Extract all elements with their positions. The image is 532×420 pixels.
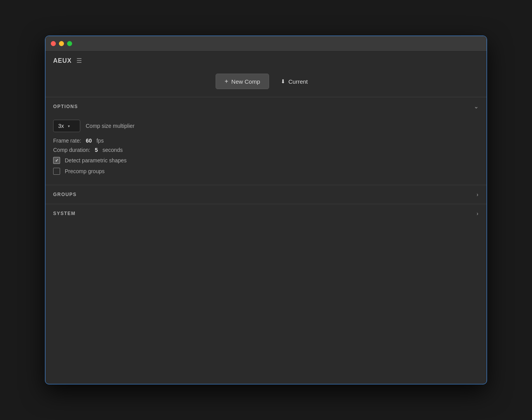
groups-section: GROUPS ›: [45, 185, 487, 204]
plus-icon: +: [225, 78, 228, 85]
comp-duration-unit: seconds: [102, 147, 123, 153]
new-comp-label: New Comp: [231, 78, 260, 85]
current-button[interactable]: ⬇ Current: [272, 74, 316, 89]
groups-section-header[interactable]: GROUPS ›: [45, 185, 487, 204]
header-bar: AEUX ☰: [45, 52, 487, 68]
multiplier-select[interactable]: 3x ▾: [53, 120, 80, 132]
precomp-groups-row: Precomp groups: [53, 168, 479, 175]
detect-parametric-checkbox[interactable]: [53, 157, 60, 164]
content-area: AEUX ☰ + New Comp ⬇ Current OPTIONS ⌄: [45, 52, 487, 384]
options-section: OPTIONS ⌄ 3x ▾ Comp size multiplier Fram…: [45, 97, 487, 185]
frame-rate-value: 60: [86, 138, 92, 144]
chevron-right-icon: ›: [477, 191, 479, 198]
traffic-lights: [51, 41, 72, 46]
system-section-header[interactable]: SYSTEM ›: [45, 204, 487, 223]
detect-parametric-label: Detect parametric shapes: [65, 157, 127, 164]
chevron-right-icon-system: ›: [477, 210, 479, 217]
hamburger-icon[interactable]: ☰: [76, 57, 82, 64]
dropdown-arrow-icon: ▾: [68, 124, 70, 128]
options-section-header[interactable]: OPTIONS ⌄: [45, 97, 487, 116]
download-icon: ⬇: [281, 78, 285, 84]
precomp-groups-checkbox[interactable]: [53, 168, 60, 175]
multiplier-label: Comp size multiplier: [86, 123, 135, 129]
precomp-groups-label: Precomp groups: [65, 168, 105, 174]
system-section: SYSTEM ›: [45, 204, 487, 223]
multiplier-value: 3x: [58, 123, 64, 129]
current-label: Current: [288, 78, 308, 85]
titlebar: [45, 36, 487, 52]
frame-rate-unit: fps: [97, 138, 104, 144]
comp-duration-label: Comp duration:: [53, 147, 90, 153]
system-label: SYSTEM: [53, 211, 76, 216]
groups-label: GROUPS: [53, 192, 77, 197]
options-label: OPTIONS: [53, 104, 78, 109]
frame-rate-label: Frame rate:: [53, 138, 81, 144]
new-comp-button[interactable]: + New Comp: [216, 74, 269, 89]
close-button[interactable]: [51, 41, 56, 46]
detect-parametric-row: Detect parametric shapes: [53, 157, 479, 164]
chevron-down-icon: ⌄: [474, 103, 479, 110]
comp-duration-row: Comp duration: 5 seconds: [53, 147, 479, 153]
maximize-button[interactable]: [67, 41, 72, 46]
comp-duration-value: 5: [95, 147, 98, 153]
toolbar: + New Comp ⬇ Current: [45, 68, 487, 97]
multiplier-row: 3x ▾ Comp size multiplier: [53, 120, 479, 132]
app-title: AEUX: [53, 57, 72, 64]
app-window: AEUX ☰ + New Comp ⬇ Current OPTIONS ⌄: [45, 36, 487, 384]
minimize-button[interactable]: [59, 41, 64, 46]
frame-rate-row: Frame rate: 60 fps: [53, 138, 479, 144]
options-section-body: 3x ▾ Comp size multiplier Frame rate: 60…: [45, 116, 487, 185]
